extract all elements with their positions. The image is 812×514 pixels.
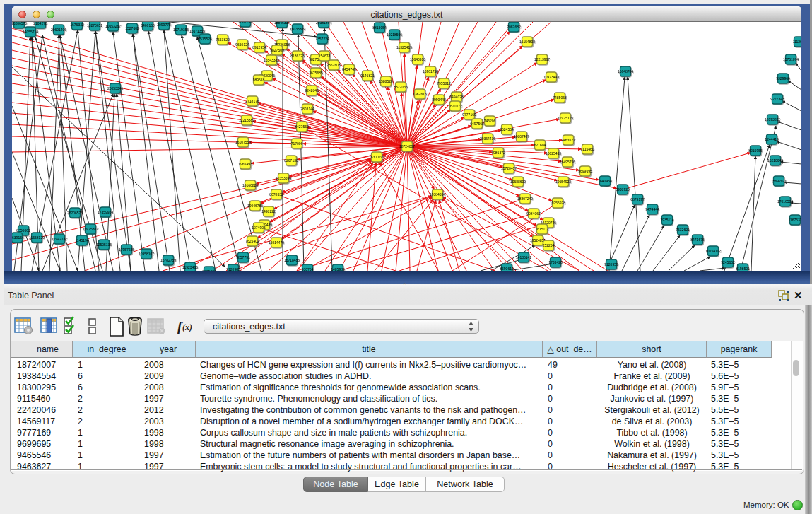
- svg-text:19756928: 19756928: [550, 201, 565, 205]
- svg-text:7625402: 7625402: [245, 239, 259, 243]
- svg-text:717006: 717006: [291, 141, 303, 146]
- svg-text:1621072: 1621072: [448, 104, 462, 108]
- svg-text:1640954: 1640954: [598, 179, 612, 183]
- svg-text:8912954: 8912954: [252, 45, 266, 49]
- svg-text:1615112: 1615112: [535, 227, 548, 231]
- svg-text:20381864: 20381864: [316, 22, 331, 25]
- svg-text:20364436: 20364436: [480, 136, 495, 141]
- svg-text:19166823: 19166823: [242, 183, 258, 187]
- svg-text:15718485: 15718485: [284, 258, 300, 262]
- svg-text:6497568: 6497568: [470, 122, 484, 126]
- svg-text:18846337: 18846337: [274, 22, 290, 25]
- svg-text:8590615: 8590615: [500, 267, 514, 271]
- svg-text:1274906: 1274906: [252, 226, 266, 230]
- svg-text:9329966: 9329966: [776, 76, 790, 81]
- svg-text:15751074: 15751074: [783, 57, 799, 62]
- svg-text:11325419: 11325419: [396, 45, 412, 49]
- svg-text:7955812: 7955812: [437, 81, 451, 86]
- svg-text:1676332: 1676332: [70, 23, 84, 27]
- svg-text:7515526: 7515526: [198, 37, 212, 41]
- svg-text:9827509: 9827509: [270, 48, 284, 52]
- svg-text:19975867: 19975867: [83, 227, 98, 231]
- svg-text:10958107: 10958107: [139, 252, 154, 256]
- svg-text:6879197: 6879197: [630, 197, 645, 201]
- svg-text:11923466: 11923466: [182, 265, 198, 269]
- svg-text:2718176: 2718176: [245, 99, 259, 103]
- svg-text:6466160: 6466160: [141, 23, 155, 28]
- svg-text:12353594: 12353594: [276, 176, 291, 180]
- svg-text:8198501: 8198501: [736, 267, 750, 271]
- svg-text:15692971: 15692971: [771, 179, 787, 183]
- svg-text:9886299: 9886299: [238, 22, 252, 24]
- svg-text:9245652: 9245652: [721, 260, 735, 264]
- svg-text:2087682: 2087682: [507, 25, 521, 29]
- svg-text:1167533: 1167533: [788, 218, 801, 222]
- svg-text:10719155: 10719155: [173, 28, 189, 32]
- svg-text:9084067: 9084067: [526, 211, 541, 216]
- svg-text:1112604: 1112604: [793, 40, 801, 44]
- svg-text:9474444: 9474444: [645, 207, 659, 211]
- svg-text:8990448: 8990448: [432, 98, 446, 102]
- svg-text:19654923: 19654923: [555, 180, 571, 184]
- svg-text:3624554: 3624554: [500, 127, 514, 132]
- svg-text:7663822: 7663822: [216, 37, 230, 42]
- svg-text:8322035: 8322035: [394, 85, 408, 89]
- svg-text:2803144: 2803144: [300, 107, 314, 111]
- svg-text:8938923: 8938923: [616, 187, 630, 192]
- svg-text:18807249: 18807249: [517, 197, 533, 201]
- svg-text:9699695: 9699695: [578, 169, 592, 173]
- svg-text:16033809: 16033809: [290, 27, 305, 31]
- svg-text:4639154: 4639154: [12, 235, 24, 240]
- svg-text:12505135: 12505135: [96, 243, 112, 247]
- svg-text:1498222: 1498222: [261, 209, 276, 214]
- svg-text:9242848: 9242848: [305, 88, 319, 93]
- svg-text:12213967: 12213967: [534, 57, 550, 62]
- svg-text:8267130: 8267130: [284, 158, 298, 163]
- svg-text:1588520: 1588520: [379, 79, 393, 83]
- svg-text:17359924: 17359924: [98, 210, 113, 214]
- svg-text:9146821: 9146821: [360, 74, 375, 78]
- svg-text:15640910: 15640910: [410, 57, 425, 62]
- svg-text:9115460: 9115460: [580, 147, 594, 151]
- svg-text:1362615: 1362615: [413, 92, 427, 96]
- svg-text:18300295: 18300295: [369, 155, 384, 159]
- svg-text:746206: 746206: [484, 119, 496, 123]
- svg-text:8215955: 8215955: [748, 148, 763, 153]
- svg-text:1244419: 1244419: [765, 137, 779, 141]
- svg-text:10653267: 10653267: [105, 24, 121, 28]
- svg-text:7357224: 7357224: [315, 37, 329, 41]
- svg-text:621604: 621604: [534, 143, 546, 147]
- svg-text:13270651: 13270651: [87, 23, 102, 28]
- svg-text:16495756: 16495756: [560, 160, 575, 164]
- svg-text:20691406: 20691406: [51, 28, 66, 32]
- svg-text:16543382: 16543382: [264, 58, 279, 62]
- svg-text:19046786: 19046786: [247, 204, 263, 208]
- svg-text:10688609: 10688609: [510, 180, 526, 184]
- svg-text:252254: 252254: [543, 243, 555, 247]
- svg-text:1965493: 1965493: [238, 162, 252, 166]
- svg-text:11568129: 11568129: [29, 235, 45, 240]
- svg-text:16210643: 16210643: [767, 158, 783, 163]
- svg-text:7485063: 7485063: [553, 95, 567, 100]
- svg-text:18724007: 18724007: [399, 144, 415, 148]
- svg-text:(x): (x): [182, 322, 192, 332]
- svg-text:8427552: 8427552: [295, 124, 309, 129]
- svg-text:8350061: 8350061: [16, 228, 30, 233]
- svg-text:2104278: 2104278: [33, 22, 47, 25]
- svg-text:16154808: 16154808: [519, 40, 535, 44]
- svg-text:16914479: 16914479: [269, 240, 284, 245]
- svg-text:16961758: 16961758: [423, 69, 438, 74]
- svg-text:9777169: 9777169: [462, 112, 476, 117]
- svg-text:17957225: 17957225: [119, 247, 134, 252]
- svg-text:3675685: 3675685: [309, 71, 323, 75]
- svg-text:9463627: 9463627: [561, 138, 575, 142]
- svg-text:16107553: 16107553: [235, 140, 251, 144]
- svg-text:9120959: 9120959: [604, 262, 618, 267]
- svg-text:9660124: 9660124: [235, 42, 249, 47]
- svg-text:2935114: 2935114: [660, 218, 673, 222]
- svg-text:1527602: 1527602: [125, 26, 139, 30]
- svg-text:2099778: 2099778: [157, 23, 171, 27]
- svg-text:6494028: 6494028: [449, 95, 464, 99]
- svg-text:7986372: 7986372: [491, 151, 505, 155]
- svg-text:2867608: 2867608: [326, 63, 341, 67]
